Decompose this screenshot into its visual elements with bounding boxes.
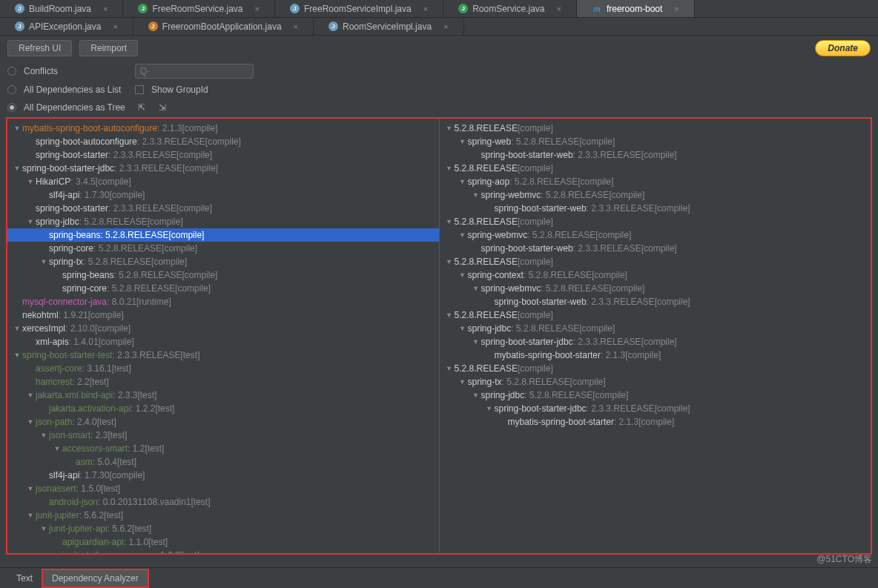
conflicts-radio[interactable] xyxy=(7,67,16,76)
donate-button[interactable]: Donate xyxy=(815,40,871,56)
close-icon[interactable]: × xyxy=(557,4,561,13)
close-icon[interactable]: × xyxy=(443,22,448,31)
tree-node[interactable]: ▼accessors-smart : 1.2 [test] xyxy=(7,442,439,455)
tree-node[interactable]: ▼spring-tx : 5.2.8.RELEASE [compile] xyxy=(440,375,871,389)
tree-node[interactable]: ▼5.2.8.RELEASE [compile] xyxy=(440,122,871,135)
expand-arrow-icon[interactable]: ▼ xyxy=(446,311,453,319)
expand-arrow-icon[interactable]: ▼ xyxy=(459,138,466,145)
refresh-button[interactable]: Refresh UI xyxy=(7,40,72,56)
expand-arrow-icon[interactable]: ▼ xyxy=(459,325,466,332)
tree-node[interactable]: spring-boot-autoconfigure : 2.3.3.RELEAS… xyxy=(7,135,439,148)
expand-arrow-icon[interactable]: ▼ xyxy=(446,365,453,372)
tree-node[interactable]: ▼spring-aop : 5.2.8.RELEASE [compile] xyxy=(440,175,871,188)
tree-node[interactable]: spring-boot-starter : 2.3.3.RELEASE [com… xyxy=(7,202,439,215)
tree-node[interactable]: ▼json-smart : 2.3 [test] xyxy=(7,429,439,442)
tree-node[interactable]: ▼json-path : 2.4.0 [test] xyxy=(7,415,439,429)
expand-arrow-icon[interactable]: ▼ xyxy=(472,392,480,399)
tree-node[interactable]: spring-core : 5.2.8.RELEASE [compile] xyxy=(7,282,439,295)
editor-tab[interactable]: mfreeroom-boot× xyxy=(577,0,695,17)
tree-node[interactable]: spring-boot-starter : 2.3.3.RELEASE [com… xyxy=(7,148,439,162)
tab-dependency-analyzer[interactable]: Dependency Analyzer xyxy=(42,569,149,588)
tree-node[interactable]: xml-apis : 1.4.01 [compile] xyxy=(7,335,439,348)
close-icon[interactable]: × xyxy=(113,22,117,31)
expand-arrow-icon[interactable]: ▼ xyxy=(13,325,21,332)
tree-node[interactable]: ▼xercesImpl : 2.10.0 [compile] xyxy=(7,322,439,335)
tree-node[interactable]: mysql-connector-java : 8.0.21 [runtime] xyxy=(7,295,439,308)
expand-arrow-icon[interactable]: ▼ xyxy=(446,165,453,172)
expand-arrow-icon[interactable]: ▼ xyxy=(446,125,453,132)
tree-node[interactable]: slf4j-api : 1.7.30 [compile] xyxy=(7,188,439,202)
editor-tab[interactable]: JFreeRoomServiceImpl.java× xyxy=(275,0,443,17)
expand-arrow-icon[interactable]: ▼ xyxy=(486,405,493,412)
tree-node[interactable]: spring-core : 5.2.8.RELEASE [compile] xyxy=(7,242,439,255)
editor-tab[interactable]: JRoomServiceImpl.java× xyxy=(314,18,463,35)
expand-all-icon[interactable]: ⇱ xyxy=(135,101,148,114)
expand-arrow-icon[interactable]: ▼ xyxy=(27,512,34,519)
tree-node[interactable]: ▼spring-jdbc : 5.2.8.RELEASE [compile] xyxy=(440,389,871,402)
tree-node[interactable]: spring-boot-starter-web : 2.3.3.RELEASE … xyxy=(440,202,871,215)
tree-node[interactable]: ▼spring-webmvc : 5.2.8.RELEASE [compile] xyxy=(440,188,871,202)
editor-tab[interactable]: JFreeroomBootApplication.java× xyxy=(133,18,314,35)
expand-arrow-icon[interactable]: ▼ xyxy=(472,191,480,199)
tree-node[interactable]: ▼5.2.8.RELEASE [compile] xyxy=(440,215,871,228)
tree-node[interactable]: ▼5.2.8.RELEASE [compile] xyxy=(440,255,871,268)
close-icon[interactable]: × xyxy=(255,4,260,13)
expand-arrow-icon[interactable]: ▼ xyxy=(472,285,480,292)
expand-arrow-icon[interactable]: ▼ xyxy=(13,125,21,132)
expand-arrow-icon[interactable]: ▼ xyxy=(13,165,21,172)
tree-node[interactable]: ▼spring-boot-starter-test : 2.3.3.RELEAS… xyxy=(7,348,439,362)
tree-node[interactable]: ▼junit-jupiter : 5.6.2 [test] xyxy=(7,509,439,522)
tree-node[interactable]: slf4j-api : 1.7.30 [compile] xyxy=(7,469,439,482)
editor-tab[interactable]: JAPIException.java× xyxy=(0,18,133,35)
expand-arrow-icon[interactable]: ▼ xyxy=(459,178,466,185)
tab-text[interactable]: Text xyxy=(7,570,42,587)
close-icon[interactable]: × xyxy=(294,22,298,31)
tree-node[interactable]: ▼junit-jupiter-api : 5.6.2 [test] xyxy=(7,522,439,535)
tree-node[interactable]: mybatis-spring-boot-starter : 2.1.3 [com… xyxy=(440,348,871,362)
tree-node[interactable]: ▼spring-jdbc : 5.2.8.RELEASE [compile] xyxy=(7,215,439,228)
tree-node[interactable]: spring-boot-starter-web : 2.3.3.RELEASE … xyxy=(440,242,871,255)
expand-arrow-icon[interactable]: ▼ xyxy=(53,552,61,553)
expand-arrow-icon[interactable]: ▼ xyxy=(27,392,34,399)
all-tree-radio[interactable] xyxy=(7,103,16,112)
all-list-radio[interactable] xyxy=(7,85,16,94)
tree-node[interactable]: ▼junit-platform-commons : 1.6.2 [test] xyxy=(7,549,439,553)
tree-node[interactable]: ▼spring-jdbc : 5.2.8.RELEASE [compile] xyxy=(440,322,871,335)
expand-arrow-icon[interactable]: ▼ xyxy=(459,271,466,279)
expand-arrow-icon[interactable]: ▼ xyxy=(53,445,61,452)
tree-node[interactable]: ▼spring-boot-starter-jdbc : 2.3.3.RELEAS… xyxy=(440,335,871,348)
tree-node[interactable]: ▼spring-tx : 5.2.8.RELEASE [compile] xyxy=(7,255,439,268)
expand-arrow-icon[interactable]: ▼ xyxy=(40,432,47,439)
tree-node[interactable]: spring-beans : 5.2.8.RELEASE [compile] xyxy=(7,268,439,282)
expand-arrow-icon[interactable]: ▼ xyxy=(459,231,466,239)
tree-node[interactable]: ▼5.2.8.RELEASE [compile] xyxy=(440,362,871,375)
close-icon[interactable]: × xyxy=(423,4,428,13)
tree-node[interactable]: asm : 5.0.4 [test] xyxy=(7,455,439,469)
close-icon[interactable]: × xyxy=(103,4,108,13)
tree-node[interactable]: android-json : 0.0.20131108.vaadin1 [tes… xyxy=(7,495,439,509)
show-groupid-checkbox[interactable] xyxy=(135,85,144,94)
tree-node[interactable]: ▼HikariCP : 3.4.5 [compile] xyxy=(7,175,439,188)
expand-arrow-icon[interactable]: ▼ xyxy=(472,338,480,346)
expand-arrow-icon[interactable]: ▼ xyxy=(13,351,21,359)
search-input[interactable] xyxy=(135,64,254,79)
tree-node[interactable]: spring-beans : 5.2.8.RELEASE [compile] xyxy=(7,228,439,242)
tree-node[interactable]: hamcrest : 2.2 [test] xyxy=(7,375,439,389)
tree-node[interactable]: apiguardian-api : 1.1.0 [test] xyxy=(7,535,439,549)
left-tree-pane[interactable]: ▼mybatis-spring-boot-autoconfigure : 2.1… xyxy=(7,119,440,553)
editor-tab[interactable]: JFreeRoomService.java× xyxy=(123,0,274,17)
tree-node[interactable]: spring-boot-starter-web : 2.3.3.RELEASE … xyxy=(440,295,871,308)
tree-node[interactable]: ▼spring-boot-starter-jdbc : 2.3.3.RELEAS… xyxy=(7,162,439,175)
tree-node[interactable]: assertj-core : 3.16.1 [test] xyxy=(7,362,439,375)
tree-node[interactable]: ▼spring-webmvc : 5.2.8.RELEASE [compile] xyxy=(440,282,871,295)
tree-node[interactable]: ▼spring-web : 5.2.8.RELEASE [compile] xyxy=(440,135,871,148)
tree-node[interactable]: ▼jsonassert : 1.5.0 [test] xyxy=(7,482,439,495)
reimport-button[interactable]: Reimport xyxy=(79,40,138,56)
tree-node[interactable]: jakarta.activation-api : 1.2.2 [test] xyxy=(7,402,439,415)
expand-arrow-icon[interactable]: ▼ xyxy=(446,218,453,225)
tree-node[interactable]: ▼spring-webmvc : 5.2.8.RELEASE [compile] xyxy=(440,228,871,242)
editor-tab[interactable]: JBuildRoom.java× xyxy=(0,0,123,17)
expand-arrow-icon[interactable]: ▼ xyxy=(27,178,34,185)
tree-node[interactable]: ▼spring-boot-starter-jdbc : 2.3.3.RELEAS… xyxy=(440,402,871,415)
expand-arrow-icon[interactable]: ▼ xyxy=(459,378,466,386)
